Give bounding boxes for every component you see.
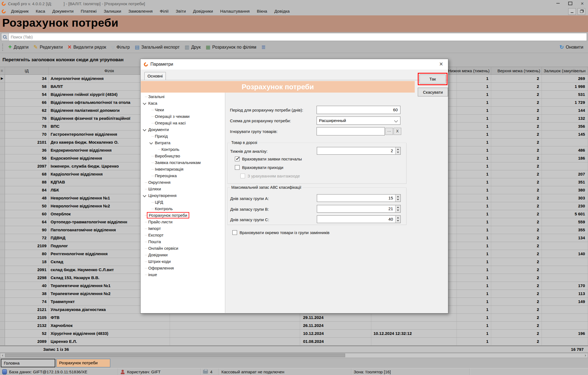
checkbox-icon[interactable] [235,165,240,170]
tab-calculation[interactable]: Розрахунок потреби [56,359,110,367]
tab-main[interactable]: Основні [144,72,166,80]
menu-item[interactable]: Платежі [77,9,100,14]
child-restore-icon[interactable] [578,8,585,15]
tree-item[interactable]: Прихід [141,133,225,140]
chevron-down-icon[interactable] [143,128,146,131]
checkbox-icon[interactable] [232,230,237,235]
header-corner[interactable] [0,67,5,74]
tree-item[interactable]: Документи [141,126,225,133]
spinner-buttons-icon[interactable] [395,216,400,223]
toolbar-button[interactable] [259,43,270,51]
tree-item[interactable]: Каса [141,100,225,107]
menu-item[interactable]: Звіти [172,9,189,14]
group-b-stepper[interactable]: 21 [317,205,401,213]
ignore-group-input[interactable] [317,127,385,135]
spinner-buttons-icon[interactable] [395,195,400,202]
table-row[interactable]: 2105 ФТВ 29.11.2024 1 2 [0,314,588,322]
spinner-buttons-icon[interactable] [395,147,400,154]
arrivals-checkbox-row[interactable]: Враховувати приходи [235,165,283,170]
spinner-buttons-icon[interactable] [395,205,400,212]
table-row[interactable]: 52 Хірургічне відділення (4833) 10.12.20… [0,330,588,338]
tree-item[interactable]: ЦРД [141,199,225,205]
tree-item[interactable]: Шляхи [141,186,225,192]
column-header-id[interactable]: ІД [5,67,49,74]
toolbar-button[interactable]: Фільтр [109,43,132,51]
group-a-stepper[interactable]: 15 [317,194,401,202]
child-minimize-icon[interactable] [568,8,576,15]
tree-item[interactable]: Онлайн сервіси [141,245,225,252]
tree-item[interactable]: Імпорт [141,225,225,232]
close-icon[interactable]: × [578,1,586,6]
tree-item[interactable]: Ціноутворення [141,192,225,199]
menu-item[interactable]: Довідники [189,9,217,14]
menu-item[interactable]: Філії [156,9,172,14]
tree-item[interactable]: Оформлення [141,265,225,271]
menu-item[interactable]: Залишки [100,9,125,14]
tree-item[interactable]: Контроль [141,146,225,153]
menu-item[interactable]: Довідник [7,9,32,14]
tab-home[interactable]: Головна [1,359,55,367]
orders-checkbox-row[interactable]: Враховувати заявки постачалы [235,157,302,161]
chevron-down-icon[interactable] [143,194,146,197]
table-row[interactable]: 2132 Харчоблок 26.11.2024 1 2 [0,322,588,330]
tree-item[interactable]: Переоцінка [141,173,225,179]
menu-item[interactable]: Вікна [253,9,271,14]
dialog-title-bar[interactable]: Параметри [141,59,448,70]
toolbar-button[interactable]: Загальний експорт [132,43,182,51]
substitutes-checkbox-row[interactable]: Враховувати окремо товари із групи замін… [232,230,329,235]
search-input[interactable]: Поиск (Tab) [1,33,587,41]
scroll-right-icon[interactable] [583,353,588,358]
table-row[interactable]: 2089 Царенко Е.Л. 01.08.2024 1 2 [0,338,588,346]
tree-item[interactable]: Чеки [141,107,225,113]
maximize-icon[interactable] [566,1,574,6]
toolbar-button[interactable]: Друк [182,43,203,51]
tree-item[interactable]: Експорт [141,232,225,238]
scheme-select[interactable]: Расширенный [317,116,400,125]
minimize-icon[interactable] [554,1,562,6]
tree-item[interactable]: Довідники [141,252,225,258]
scrollbar-thumb[interactable] [5,354,345,357]
tree-item[interactable]: Контроль [141,205,225,212]
browse-button[interactable]: ··· [385,128,393,135]
dialog-close-icon[interactable] [436,60,446,68]
toolbar-button[interactable]: Редагувати [31,43,65,51]
column-header-lower-limit[interactable]: Нижня межа (тижень) [457,67,491,74]
toolbar-button[interactable]: Додати [6,43,31,51]
menu-item[interactable]: Каса [32,9,49,14]
chevron-down-icon[interactable] [143,101,146,105]
checkbox-icon[interactable] [235,157,240,161]
toolbar-grip[interactable] [2,44,3,51]
scroll-left-icon[interactable] [0,353,5,358]
tree-item[interactable]: Загальні [141,93,225,100]
column-header-upper-limit[interactable]: Верхня межа (тижень) [491,67,542,74]
cancel-button[interactable]: Скасувати [418,88,448,96]
tree-item[interactable]: Інвентаризація [141,166,225,173]
chevron-down-icon[interactable] [149,141,153,145]
menu-item[interactable]: Замовлення [125,9,156,14]
tree-item[interactable]: Прайс-листи [141,219,225,225]
tree-item[interactable]: Пошта [141,238,225,245]
horizontal-scrollbar[interactable] [0,353,588,358]
toolbar-button[interactable]: Видалити рядок [65,43,109,51]
tree-item[interactable]: Витрата [141,140,225,146]
tree-item[interactable]: Заявка постачальникам [141,159,225,166]
tree-item[interactable]: інше [141,271,225,278]
menu-item[interactable]: Документи [49,9,77,14]
search-button[interactable] [1,33,9,41]
menu-item[interactable]: Налаштування [217,9,253,14]
column-header-stock[interactable]: Залишок (закупівельн [542,67,588,74]
tree-item[interactable]: Операції з чеками [141,113,225,120]
tree-item[interactable]: Штрих-коди [141,258,225,265]
refresh-button[interactable]: Оновити [557,43,586,51]
group-c-stepper[interactable]: 40 [317,215,401,223]
tree-item[interactable]: Операції на касі [141,120,225,126]
period-input[interactable]: 60 [317,106,400,114]
group-by-hint[interactable]: Перетягніть заголовок колонки сюди для у… [0,53,123,67]
tree-item[interactable]: Розрахунок потреби [141,212,225,219]
menu-item[interactable]: Довідка [271,9,293,14]
weeks-stepper[interactable]: 2 [317,147,401,155]
toolbar-button[interactable]: Розрахунок по філіям [203,43,259,51]
tree-item[interactable]: Виробництво [141,153,225,159]
clear-button[interactable]: X [394,128,401,135]
tree-item[interactable]: Округлення [141,179,225,186]
